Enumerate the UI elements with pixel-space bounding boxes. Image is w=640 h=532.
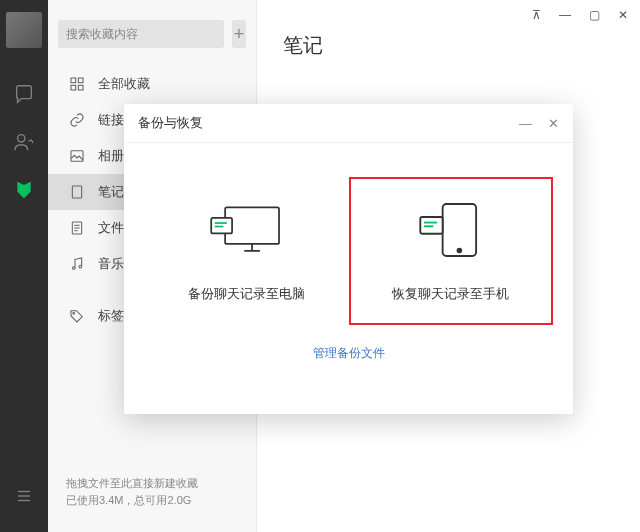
cat-label: 链接 xyxy=(98,111,124,129)
monitor-icon xyxy=(206,199,286,261)
svg-point-15 xyxy=(79,265,82,268)
avatar[interactable] xyxy=(6,12,42,48)
window-controls: ⊼ — ▢ ✕ xyxy=(257,0,640,22)
image-icon xyxy=(68,147,86,165)
svg-rect-6 xyxy=(71,85,76,90)
cat-label: 全部收藏 xyxy=(98,75,150,93)
phone-icon xyxy=(411,199,491,261)
svg-rect-9 xyxy=(72,186,81,198)
restore-to-phone-option[interactable]: 恢复聊天记录至手机 xyxy=(349,177,554,325)
hint-line2: 已使用3.4M，总可用2.0G xyxy=(66,492,238,510)
dialog-close-icon[interactable]: ✕ xyxy=(548,116,559,131)
hint-line1: 拖拽文件至此直接新建收藏 xyxy=(66,475,238,493)
favorites-icon[interactable] xyxy=(0,166,48,214)
dialog-minimize-icon[interactable]: — xyxy=(519,116,532,131)
grid-icon xyxy=(68,75,86,93)
dialog-title: 备份与恢复 xyxy=(138,114,203,132)
cat-label: 文件 xyxy=(98,219,124,237)
search-input[interactable] xyxy=(58,20,224,48)
pin-icon[interactable]: ⊼ xyxy=(532,8,541,22)
svg-point-0 xyxy=(18,135,25,142)
backup-dialog: 备份与恢复 — ✕ 备份聊天记录至电脑 xyxy=(124,104,573,414)
cat-all[interactable]: 全部收藏 xyxy=(48,66,256,102)
dialog-header: 备份与恢复 — ✕ xyxy=(124,104,573,143)
link-icon xyxy=(68,111,86,129)
storage-hint: 拖拽文件至此直接新建收藏 已使用3.4M，总可用2.0G xyxy=(48,475,256,532)
cat-label: 笔记 xyxy=(98,183,124,201)
backup-label: 备份聊天记录至电脑 xyxy=(188,285,305,303)
menu-icon[interactable] xyxy=(0,472,48,520)
music-icon xyxy=(68,255,86,273)
backup-to-pc-option[interactable]: 备份聊天记录至电脑 xyxy=(144,177,349,325)
svg-rect-17 xyxy=(225,207,279,244)
svg-rect-8 xyxy=(71,151,83,162)
cat-label: 标签 xyxy=(98,307,124,325)
svg-point-25 xyxy=(457,249,461,253)
manage-backup-link[interactable]: 管理备份文件 xyxy=(313,346,385,360)
left-nav xyxy=(0,0,48,532)
maximize-icon[interactable]: ▢ xyxy=(589,8,600,22)
tag-icon xyxy=(68,307,86,325)
restore-label: 恢复聊天记录至手机 xyxy=(392,285,509,303)
svg-point-14 xyxy=(72,267,75,270)
svg-rect-5 xyxy=(78,78,83,83)
svg-rect-4 xyxy=(71,78,76,83)
chat-icon[interactable] xyxy=(0,70,48,118)
svg-rect-21 xyxy=(211,218,232,234)
cat-label: 相册 xyxy=(98,147,124,165)
svg-point-16 xyxy=(73,312,75,314)
svg-rect-7 xyxy=(78,85,83,90)
file-icon xyxy=(68,219,86,237)
cat-label: 音乐 xyxy=(98,255,124,273)
page-title: 笔记 xyxy=(257,22,640,69)
add-button[interactable]: + xyxy=(232,20,246,48)
minimize-icon[interactable]: — xyxy=(559,8,571,22)
contacts-icon[interactable] xyxy=(0,118,48,166)
note-icon xyxy=(68,183,86,201)
close-icon[interactable]: ✕ xyxy=(618,8,628,22)
